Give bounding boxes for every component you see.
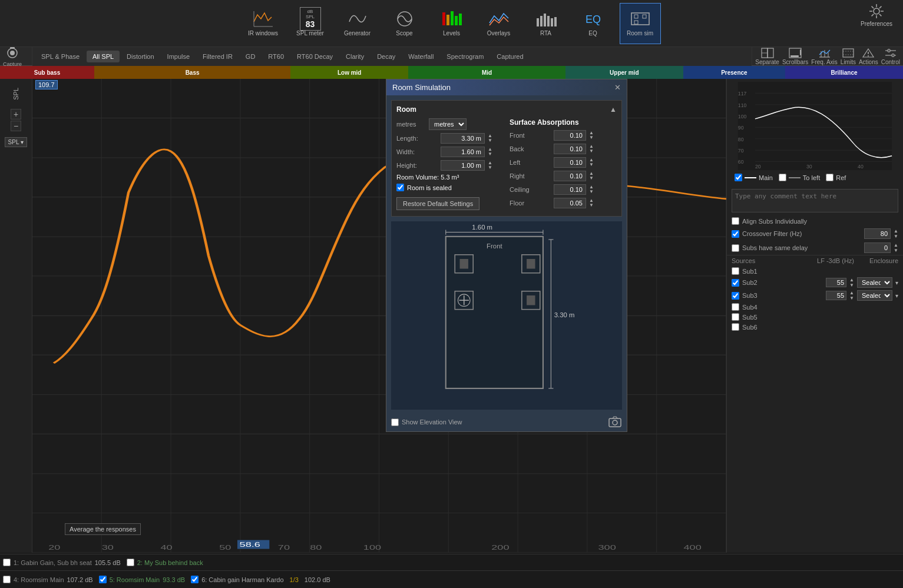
comment-box[interactable] — [732, 189, 898, 212]
subs-delay-spinner[interactable]: ▲ ▼ — [894, 242, 898, 253]
tab-waterfall[interactable]: Waterfall — [402, 51, 439, 62]
preferences-button[interactable]: Preferences — [856, 3, 897, 27]
svg-text:200: 200 — [491, 544, 509, 551]
sub3-lf[interactable] — [826, 291, 846, 300]
length-input[interactable] — [441, 133, 485, 144]
ceiling-input[interactable] — [554, 184, 586, 195]
tab-spectrogram[interactable]: Spectrogram — [441, 51, 489, 62]
freq-band-mid: Mid — [408, 66, 565, 79]
floor-input[interactable] — [554, 198, 586, 208]
right-sidebar: 117 110 100 90 80 70 60 20 30 40 Main — [726, 79, 903, 553]
trace6-checkbox[interactable] — [191, 576, 199, 583]
height-spinner[interactable]: ▲ ▼ — [488, 161, 492, 170]
control-button[interactable]: Control — [881, 48, 900, 65]
front-input[interactable] — [554, 130, 586, 141]
capture-button[interactable]: Capture — [3, 46, 22, 67]
tab-spl-phase[interactable]: SPL & Phase — [35, 51, 85, 62]
room-sealed-checkbox[interactable] — [396, 184, 404, 191]
toolbar-generator[interactable]: Generator — [337, 3, 378, 44]
svg-text:1.60 m: 1.60 m — [472, 224, 492, 231]
subs-delay-checkbox[interactable] — [732, 244, 739, 252]
source-sub1: Sub1 — [727, 266, 903, 276]
sub1-checkbox[interactable] — [732, 267, 739, 275]
tab-captured[interactable]: Captured — [491, 51, 529, 62]
camera-button[interactable] — [608, 416, 622, 428]
sub2-checkbox[interactable] — [732, 279, 739, 287]
front-spinner[interactable]: ▲▼ — [589, 131, 594, 140]
tab-rt60[interactable]: RT60 — [262, 51, 290, 62]
svg-line-25 — [879, 14, 882, 16]
legend-main-checkbox[interactable] — [735, 174, 742, 181]
toolbar-ir-windows[interactable]: IR windows — [243, 3, 284, 44]
svg-text:20: 20 — [755, 164, 761, 170]
left-spinner[interactable]: ▲▼ — [589, 158, 594, 167]
rta-label: RTA — [540, 30, 551, 36]
units-select[interactable]: metres feet — [429, 118, 467, 130]
sub2-lf-spinner[interactable]: ▲▼ — [849, 277, 854, 288]
sub5-checkbox[interactable] — [732, 313, 739, 321]
back-spinner[interactable]: ▲▼ — [589, 144, 594, 154]
sub2-lf[interactable] — [826, 278, 846, 287]
floor-spinner[interactable]: ▲▼ — [589, 198, 594, 208]
svg-text:3.30 m: 3.30 m — [554, 311, 575, 318]
toolbar-levels[interactable]: Levels — [431, 3, 472, 44]
back-input[interactable] — [554, 144, 586, 154]
length-spinner[interactable]: ▲ ▼ — [488, 134, 492, 143]
spl-type-dropdown[interactable]: SPL ▾ — [5, 137, 28, 147]
freq-axis-button[interactable]: Freq. Axis — [811, 48, 837, 65]
limits-button[interactable]: Limits — [841, 48, 856, 65]
subs-delay-row: Subs have same delay ▲ ▼ — [727, 241, 903, 255]
crossover-filter-row: Crossover Filter (Hz) ▲ ▼ — [727, 227, 903, 241]
restore-defaults-button[interactable]: Restore Default Settings — [396, 197, 479, 210]
zoom-out-button[interactable]: − — [11, 121, 21, 131]
room-sim-close[interactable]: ✕ — [614, 83, 621, 92]
trace2-checkbox[interactable] — [127, 559, 134, 566]
zoom-in-button[interactable]: + — [11, 109, 21, 119]
height-input[interactable] — [441, 160, 485, 171]
sub4-checkbox[interactable] — [732, 303, 739, 311]
legend-to-left-checkbox[interactable] — [779, 174, 786, 181]
capture-area[interactable]: Capture — [0, 47, 32, 65]
crossover-filter-checkbox[interactable] — [732, 230, 739, 238]
crossover-spinner[interactable]: ▲ ▼ — [894, 228, 898, 239]
toolbar-rta[interactable]: RTA — [525, 3, 567, 44]
align-subs-checkbox[interactable] — [732, 217, 739, 225]
trace4-checkbox[interactable] — [3, 576, 11, 583]
toolbar-eq[interactable]: EQ EQ — [573, 3, 614, 44]
subs-delay-input[interactable] — [864, 242, 891, 253]
tab-distortion[interactable]: Distortion — [121, 51, 160, 62]
sub6-checkbox[interactable] — [732, 323, 739, 331]
toolbar-room-sim[interactable]: Room sim — [620, 3, 661, 44]
crossover-value-input[interactable] — [864, 228, 891, 239]
svg-point-48 — [887, 49, 890, 52]
separate-button[interactable]: Separate — [755, 48, 779, 65]
toolbar-overlays[interactable]: Overlays — [478, 3, 520, 44]
toolbar-scope[interactable]: Scope — [384, 3, 425, 44]
room-panel-collapse[interactable]: ▲ — [610, 105, 617, 114]
trace5-checkbox[interactable] — [99, 576, 107, 583]
scrollbars-button[interactable]: Scrollbars — [782, 48, 808, 65]
legend-ref-checkbox[interactable] — [826, 174, 833, 181]
tab-rt60-decay[interactable]: RT60 Decay — [291, 51, 339, 62]
right-input[interactable] — [554, 171, 586, 181]
freq-band-presence: Presence — [683, 66, 785, 79]
trace1-checkbox[interactable] — [3, 559, 11, 566]
ceiling-spinner[interactable]: ▲▼ — [589, 185, 594, 194]
tab-gd[interactable]: GD — [240, 51, 262, 62]
tab-clarity[interactable]: Clarity — [340, 51, 370, 62]
width-input[interactable] — [441, 147, 485, 157]
actions-button[interactable]: Actions — [859, 48, 878, 65]
left-input[interactable] — [554, 157, 586, 168]
tab-impulse[interactable]: Impulse — [161, 51, 196, 62]
right-spinner[interactable]: ▲▼ — [589, 171, 594, 181]
width-spinner[interactable]: ▲ ▼ — [488, 147, 492, 157]
sub3-lf-spinner[interactable]: ▲▼ — [849, 290, 854, 301]
tab-all-spl[interactable]: All SPL — [87, 51, 120, 62]
tab-decay[interactable]: Decay — [371, 51, 401, 62]
tab-filtered-ir[interactable]: Filtered IR — [197, 51, 239, 62]
sub2-enclosure[interactable]: Sealed Ported — [857, 277, 892, 288]
sub3-checkbox[interactable] — [732, 292, 739, 300]
show-elevation-checkbox[interactable] — [391, 418, 399, 426]
toolbar-spl-meter[interactable]: dB SPL 83 SPL meter — [290, 3, 331, 44]
sub3-enclosure[interactable]: Sealed Ported — [857, 290, 892, 301]
